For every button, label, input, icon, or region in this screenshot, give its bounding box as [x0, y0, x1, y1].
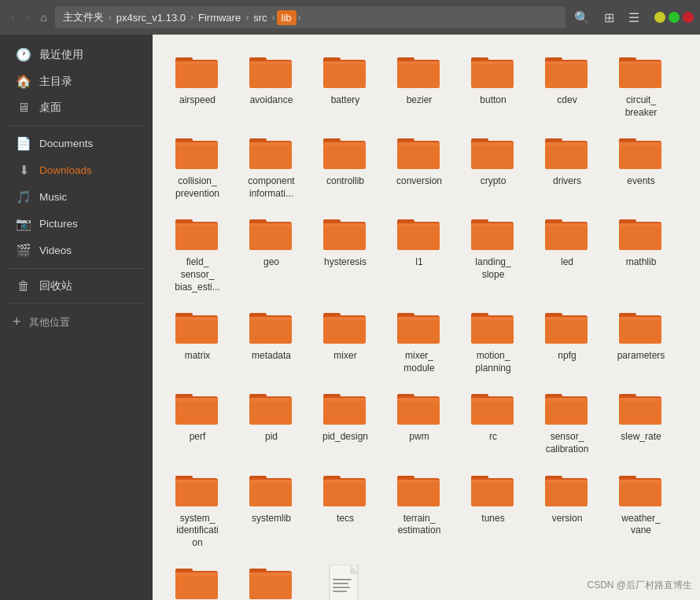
- svg-rect-108: [175, 317, 218, 320]
- file-label: perf: [190, 431, 206, 444]
- file-item-matrix[interactable]: matrix: [162, 303, 233, 381]
- folder-icon: [471, 215, 515, 253]
- file-item-rc[interactable]: rc: [458, 384, 529, 462]
- folder-icon: [619, 134, 663, 172]
- file-item-metadata[interactable]: metadata: [236, 303, 307, 381]
- svg-rect-154: [324, 394, 340, 396]
- file-item-npfg[interactable]: npfg: [532, 303, 602, 381]
- file-item-mathlib[interactable]: mathlib: [606, 209, 676, 300]
- svg-rect-213: [175, 572, 218, 576]
- file-item-field_sensor_bias_esti...[interactable]: field_sensor_bias_esti...: [162, 209, 233, 300]
- file-item-motion_planning[interactable]: motion_planning: [458, 303, 529, 381]
- file-item-airspeed[interactable]: airspeed: [162, 47, 233, 125]
- back-button[interactable]: ‹: [6, 8, 20, 27]
- sidebar-item-music[interactable]: 🎵 Music: [3, 184, 149, 210]
- svg-rect-78: [249, 223, 292, 226]
- forward-button[interactable]: ›: [21, 8, 35, 27]
- sidebar-item-recent[interactable]: 🕐 最近使用: [3, 42, 149, 68]
- sidebar-item-trash[interactable]: 🗑 回收站: [3, 274, 149, 299]
- file-item-pid[interactable]: pid: [236, 384, 307, 462]
- file-item-CMakeLists.txt[interactable]: CMakeLists.txt: [310, 558, 381, 600]
- file-item-events[interactable]: events: [606, 128, 676, 206]
- file-item-perf[interactable]: perf: [162, 384, 233, 462]
- svg-rect-198: [471, 480, 514, 483]
- file-item-pid_design[interactable]: pid_design: [310, 384, 381, 462]
- file-item-version[interactable]: version: [532, 466, 602, 556]
- file-item-button[interactable]: button: [458, 47, 529, 125]
- search-button[interactable]: 🔍: [569, 7, 595, 28]
- menu-button[interactable]: ☰: [623, 7, 645, 28]
- sidebar-item-documents[interactable]: 📄 Documents: [3, 131, 149, 156]
- file-item-l1[interactable]: l1: [384, 209, 455, 300]
- svg-rect-133: [545, 317, 588, 320]
- svg-rect-104: [620, 219, 636, 222]
- breadcrumb-px4[interactable]: px4src_v1.13.0: [113, 10, 189, 25]
- svg-rect-92: [471, 223, 514, 250]
- file-label: drivers: [553, 175, 581, 188]
- view-toggle-button[interactable]: ⊞: [599, 7, 620, 28]
- file-item-drivers[interactable]: drivers: [532, 128, 602, 206]
- file-item-system_identification[interactable]: system_identification: [162, 466, 233, 556]
- file-item-circuit_breaker[interactable]: circuit_breaker: [606, 47, 676, 125]
- file-item-componentinformati...[interactable]: componentinformati...: [236, 128, 307, 206]
- file-item-world_magnetic_model[interactable]: world_magnetic_model: [236, 558, 307, 600]
- file-label: pid: [265, 431, 278, 444]
- sidebar-item-pictures[interactable]: 📷 Pictures: [3, 211, 149, 237]
- file-item-tunes[interactable]: tunes: [458, 466, 529, 556]
- file-item-mixer[interactable]: mixer: [310, 303, 381, 381]
- file-item-led[interactable]: led: [532, 209, 602, 300]
- svg-rect-223: [333, 579, 352, 580]
- file-item-collision_prevention[interactable]: collision_prevention: [162, 128, 233, 206]
- file-item-tecs[interactable]: tecs: [310, 466, 381, 556]
- breadcrumb-home[interactable]: 主文件夹: [60, 9, 107, 26]
- sidebar-add-other[interactable]: + 其他位置: [0, 309, 153, 335]
- svg-rect-14: [324, 57, 340, 60]
- file-item-cdev[interactable]: cdev: [532, 47, 602, 125]
- svg-rect-122: [397, 317, 440, 344]
- svg-rect-193: [397, 480, 440, 483]
- svg-rect-88: [397, 223, 440, 226]
- file-item-landing_slope[interactable]: landing_slope: [458, 209, 529, 300]
- minimize-button[interactable]: [654, 12, 665, 23]
- file-item-terrain_estimation[interactable]: terrain_estimation: [384, 466, 455, 556]
- maximize-button[interactable]: [669, 12, 680, 23]
- file-item-crypto[interactable]: crypto: [458, 128, 529, 206]
- file-label: mixer: [333, 350, 356, 363]
- file-item-controllib[interactable]: controllib: [310, 128, 381, 206]
- sidebar-label-downloads: Downloads: [39, 164, 92, 176]
- sidebar-item-downloads[interactable]: ⬇ Downloads: [3, 157, 149, 183]
- file-item-parameters[interactable]: parameters: [606, 303, 676, 381]
- file-item-battery[interactable]: battery: [310, 47, 381, 125]
- file-item-mixer_module[interactable]: mixer_module: [384, 303, 455, 381]
- sidebar-label-home: 主目录: [39, 75, 72, 89]
- svg-rect-184: [250, 476, 266, 478]
- file-item-geo[interactable]: geo: [236, 209, 307, 300]
- file-item-systemlib[interactable]: systemlib: [236, 466, 307, 556]
- up-button[interactable]: ⌂: [35, 8, 51, 27]
- breadcrumb-lib[interactable]: lib: [277, 10, 297, 25]
- file-item-conversion[interactable]: conversion: [384, 128, 455, 206]
- sidebar-item-videos[interactable]: 🎬 Videos: [3, 237, 149, 263]
- breadcrumb-firmware[interactable]: Firmware: [195, 10, 244, 25]
- svg-rect-188: [323, 480, 366, 483]
- file-item-sensor_calibration[interactable]: sensor_calibration: [532, 384, 602, 462]
- file-item-hysteresis[interactable]: hysteresis: [310, 209, 381, 300]
- svg-rect-143: [175, 398, 218, 401]
- file-item-wind_estimator[interactable]: wind_estimator: [162, 558, 233, 600]
- folder-icon: [619, 53, 663, 91]
- file-item-slew_rate[interactable]: slew_rate: [606, 384, 676, 462]
- file-item-bezier[interactable]: bezier: [384, 47, 455, 125]
- file-item-pwm[interactable]: pwm: [384, 384, 455, 462]
- sidebar-item-desktop[interactable]: 🖥 桌面: [3, 95, 149, 120]
- close-button[interactable]: [683, 12, 694, 23]
- breadcrumb-src[interactable]: src: [250, 10, 270, 25]
- sidebar-item-home[interactable]: 🏠 主目录: [3, 68, 149, 94]
- folder-icon: [323, 53, 367, 91]
- file-item-avoidance[interactable]: avoidance: [236, 47, 307, 125]
- svg-rect-4: [176, 57, 192, 60]
- folder-icon: [545, 390, 589, 428]
- svg-rect-144: [176, 394, 192, 396]
- file-item-weather_vane[interactable]: weather_vane: [606, 466, 676, 556]
- svg-rect-217: [249, 572, 292, 599]
- file-label: terrain_estimation: [398, 513, 441, 537]
